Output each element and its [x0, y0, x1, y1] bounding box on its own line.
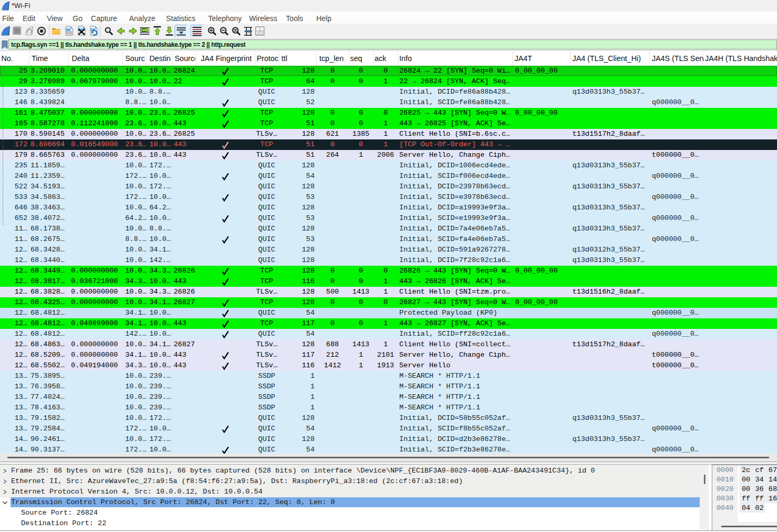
svg-text:2: 2	[257, 31, 259, 35]
svg-text:1: 1	[259, 27, 261, 31]
svg-text:010: 010	[67, 32, 71, 34]
svg-text:3: 3	[261, 31, 263, 35]
